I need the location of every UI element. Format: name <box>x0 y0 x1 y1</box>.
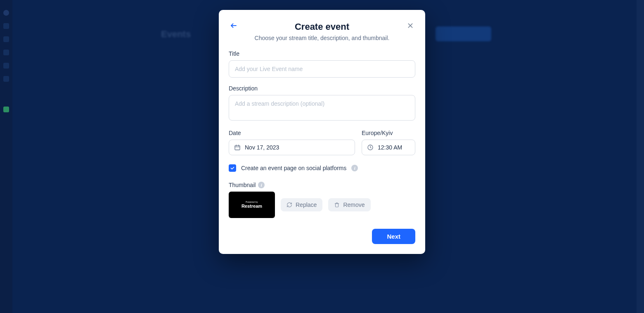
social-checkbox[interactable] <box>229 164 236 172</box>
clock-icon <box>367 144 374 151</box>
date-label: Date <box>229 130 355 136</box>
description-label: Description <box>229 85 415 92</box>
remove-thumbnail-button[interactable]: Remove <box>328 198 370 211</box>
remove-label: Remove <box>343 202 365 208</box>
time-picker[interactable]: 12:30 AM <box>362 140 415 155</box>
time-value: 12:30 AM <box>378 144 402 151</box>
back-button[interactable] <box>229 21 239 31</box>
thumbnail-brand-text: Restream <box>242 204 262 209</box>
calendar-icon <box>234 144 241 151</box>
arrow-left-icon <box>230 22 237 29</box>
info-icon[interactable]: i <box>351 165 358 171</box>
date-value: Nov 17, 2023 <box>245 144 279 151</box>
close-button[interactable] <box>405 21 415 31</box>
modal-title: Create event <box>229 21 415 32</box>
create-event-modal: Create event Choose your stream title, d… <box>219 10 425 254</box>
modal-subtitle: Choose your stream title, description, a… <box>229 35 415 41</box>
thumbnail-small-text: Powered by <box>246 201 258 204</box>
title-input[interactable] <box>229 60 415 78</box>
social-checkbox-label: Create an event page on social platforms <box>241 165 346 171</box>
next-button[interactable]: Next <box>372 229 415 244</box>
date-picker[interactable]: Nov 17, 2023 <box>229 140 355 155</box>
title-label: Title <box>229 50 415 57</box>
trash-icon <box>334 202 340 208</box>
description-input[interactable] <box>229 95 415 121</box>
thumbnail-label: Thumbnail <box>229 182 256 188</box>
info-icon[interactable]: i <box>258 182 265 188</box>
check-icon <box>230 166 235 171</box>
modal-overlay: Create event Choose your stream title, d… <box>0 0 644 313</box>
timezone-label: Europe/Kyiv <box>362 130 415 136</box>
svg-rect-3 <box>235 145 240 150</box>
refresh-icon <box>286 202 292 208</box>
thumbnail-preview: Powered by Restream <box>229 192 275 218</box>
replace-thumbnail-button[interactable]: Replace <box>281 198 322 211</box>
close-icon <box>407 22 414 29</box>
replace-label: Replace <box>296 202 317 208</box>
